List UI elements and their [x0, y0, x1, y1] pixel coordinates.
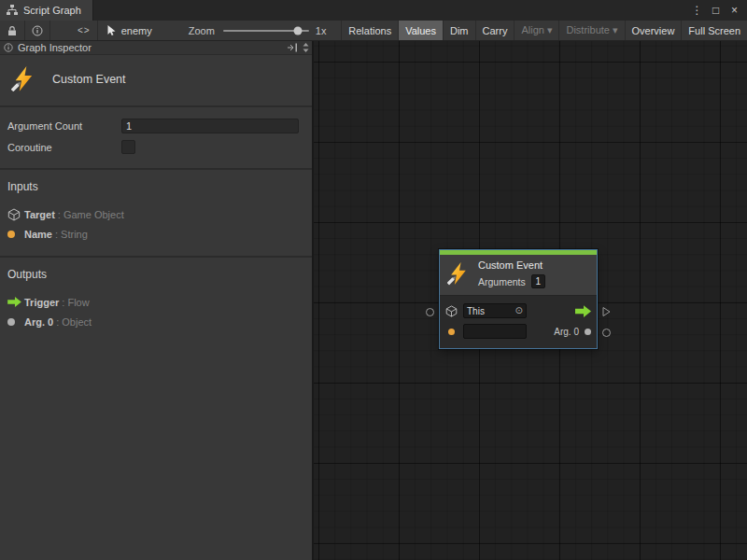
edit-source-button[interactable]: <> — [71, 21, 98, 40]
custom-event-icon — [11, 66, 37, 92]
graph-inspector-header[interactable]: Graph Inspector — [0, 41, 312, 55]
carry-button[interactable]: Carry — [475, 21, 514, 40]
custom-event-icon — [447, 262, 471, 286]
toolbar-buttons: Relations Values Dim Carry Align ▾ Distr… — [341, 21, 747, 40]
port-name: Trigger — [24, 297, 59, 308]
arguments-count-stepper[interactable]: 1 — [531, 274, 545, 288]
custom-event-node[interactable]: Custom Event Arguments 1 — [439, 249, 598, 349]
info-icon — [4, 43, 13, 52]
port-type: : String — [55, 229, 88, 240]
menu-icon[interactable]: ⋮ — [689, 2, 705, 19]
inspect-button[interactable] — [25, 21, 50, 40]
target-dropdown[interactable]: This ⊙ — [463, 303, 527, 318]
node-target-row: This ⊙ — [445, 301, 591, 321]
node-arguments-row: Arguments 1 — [478, 274, 545, 288]
close-icon[interactable]: × — [726, 2, 742, 19]
port-type: : Object — [56, 316, 92, 328]
tab-label: Script Graph — [23, 5, 81, 16]
lock-button[interactable] — [0, 21, 25, 40]
distribute-dropdown[interactable]: Distribute ▾ — [558, 21, 624, 40]
outputs-section: Outputs Trigger : Flow Arg. 0 : Object — [0, 258, 312, 343]
object-picker-icon[interactable]: ⊙ — [515, 306, 523, 315]
flow-output-port[interactable] — [602, 306, 611, 319]
script-graph-window: Script Graph ⋮ □ × <> — [0, 0, 747, 560]
graph-icon — [7, 5, 18, 16]
pointer-icon — [106, 25, 117, 36]
input-name-row: Name : String — [7, 224, 304, 244]
flow-input-port[interactable] — [426, 308, 434, 316]
graph-inspector-panel: Graph Inspector — [0, 41, 314, 560]
window-controls: ⋮ □ × — [689, 0, 747, 21]
title-bar: Script Graph ⋮ □ × — [0, 0, 747, 21]
full-screen-button[interactable]: Full Screen — [681, 21, 747, 40]
node-header[interactable]: Custom Event Arguments 1 — [440, 255, 597, 295]
arguments-label: Arguments — [478, 276, 526, 287]
trigger-flow-icon[interactable] — [575, 305, 591, 317]
argument-count-label: Argument Count — [7, 120, 121, 132]
arg0-port-icon[interactable] — [585, 329, 591, 335]
dock-panel-icon[interactable] — [287, 43, 298, 52]
event-title: Custom Event — [52, 73, 126, 86]
inputs-header: Inputs — [7, 180, 304, 193]
values-button[interactable]: Values — [398, 21, 443, 40]
argument-count-input[interactable] — [121, 119, 299, 133]
graph-canvas[interactable]: Custom Event Arguments 1 — [314, 41, 747, 560]
graph-toolbar: <> enemy Zoom 1x Relations Values Dim Ca… — [0, 21, 747, 41]
zoom-label: Zoom — [161, 21, 223, 40]
event-title-block: Custom Event — [0, 55, 312, 107]
arg0-label: Arg. 0 — [554, 327, 579, 337]
port-type: : Flow — [62, 297, 89, 308]
node-title: Custom Event — [478, 259, 545, 271]
output-trigger-row: Trigger : Flow — [7, 292, 304, 312]
event-settings: Argument Count Coroutine — [0, 107, 312, 170]
event-name-input[interactable] — [463, 324, 527, 339]
cube-icon — [445, 305, 458, 317]
titlebar-spacer — [93, 0, 689, 21]
gray-dot-icon — [7, 318, 24, 326]
overview-button[interactable]: Overview — [625, 21, 682, 40]
inputs-section: Inputs Target : Game Object Name : Strin… — [0, 170, 312, 258]
argument-count-row: Argument Count — [7, 116, 299, 135]
arg0-output-port[interactable] — [602, 329, 611, 337]
node-arg0-row: Arg. 0 — [445, 321, 591, 342]
zoom-slider[interactable] — [223, 21, 309, 40]
port-name: Target — [24, 209, 55, 220]
dim-button[interactable]: Dim — [443, 21, 475, 40]
node-title-group: Custom Event Arguments 1 — [478, 259, 545, 288]
orange-dot-icon — [7, 231, 24, 238]
zoom-slider-handle[interactable] — [293, 26, 302, 35]
graph-inspector-title: Graph Inspector — [18, 42, 92, 53]
inspector-header-icons — [287, 42, 309, 53]
green-arrow-icon — [7, 297, 24, 307]
input-target-row: Target : Game Object — [7, 204, 304, 224]
coroutine-label: Coroutine — [7, 142, 121, 153]
toolbar-gap — [50, 21, 71, 40]
align-dropdown[interactable]: Align ▾ — [514, 21, 558, 40]
relations-button[interactable]: Relations — [341, 21, 398, 40]
port-name: Name — [24, 229, 52, 240]
code-icon: <> — [78, 25, 91, 35]
main-area: Graph Inspector — [0, 41, 747, 560]
outputs-header: Outputs — [7, 268, 304, 281]
coroutine-row: Coroutine — [7, 137, 299, 157]
zoom-value: 1x — [309, 21, 334, 40]
cube-icon — [7, 208, 24, 221]
coroutine-checkbox[interactable] — [121, 140, 135, 154]
graph-reference[interactable]: enemy — [98, 21, 161, 40]
info-icon — [32, 25, 43, 36]
scroll-stepper-icon[interactable] — [303, 42, 309, 53]
string-port-icon[interactable] — [445, 329, 458, 335]
port-name: Arg. 0 — [24, 316, 53, 328]
lock-icon — [7, 25, 18, 36]
port-type: : Game Object — [58, 209, 124, 220]
output-arg0-row: Arg. 0 : Object — [7, 312, 304, 331]
target-value: This — [467, 306, 485, 316]
node-body: This ⊙ Arg. 0 — [440, 295, 597, 348]
maximize-icon[interactable]: □ — [708, 2, 724, 19]
tab-script-graph[interactable]: Script Graph — [0, 0, 93, 21]
graph-reference-label: enemy — [121, 25, 152, 36]
inspector-empty-area — [0, 343, 312, 560]
